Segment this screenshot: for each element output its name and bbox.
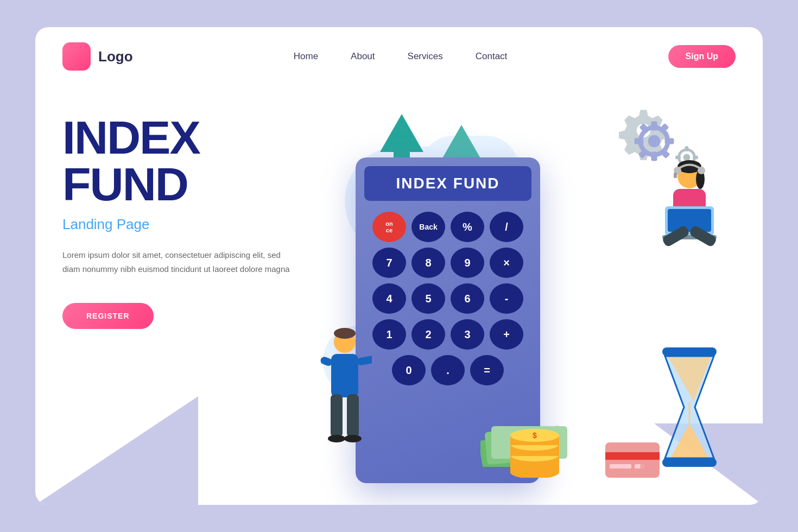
calculator-buttons: once Back % / 7 8 9 × 4 5 bbox=[364, 212, 531, 385]
calc-row-4: 1 2 3 + bbox=[364, 319, 531, 350]
signup-button[interactable]: Sign Up bbox=[668, 45, 736, 68]
person-female bbox=[654, 157, 725, 266]
nav-services[interactable]: Services bbox=[408, 51, 443, 62]
svg-rect-33 bbox=[674, 173, 677, 178]
subtitle: Landing Page bbox=[62, 216, 323, 233]
calc-btn-0[interactable]: 0 bbox=[392, 355, 426, 385]
calc-row-1: once Back % / bbox=[364, 212, 531, 242]
navbar: Logo Home About Services Contact Sign Up bbox=[35, 27, 763, 81]
svg-point-32 bbox=[698, 167, 705, 174]
calc-btn-4[interactable]: 4 bbox=[372, 283, 406, 314]
main-title: INDEX FUND bbox=[62, 114, 323, 207]
svg-point-27 bbox=[344, 435, 362, 442]
calc-btn-equals[interactable]: = bbox=[470, 355, 504, 385]
svg-point-26 bbox=[328, 435, 345, 442]
logo-area: Logo bbox=[62, 42, 133, 71]
svg-point-3 bbox=[648, 135, 660, 147]
calc-btn-divide[interactable]: / bbox=[490, 212, 523, 242]
hero-illustration: INDEX FUND once Back % / 7 8 9 bbox=[312, 103, 736, 494]
main-card: Logo Home About Services Contact Sign Up… bbox=[35, 27, 763, 505]
calc-btn-percent[interactable]: % bbox=[451, 212, 484, 242]
calc-row-3: 4 5 6 - bbox=[364, 283, 531, 314]
svg-text:$: $ bbox=[533, 431, 537, 440]
hero-left: INDEX FUND Landing Page Lorem ipsum dolo… bbox=[62, 103, 323, 329]
nav-links: Home About Services Contact bbox=[294, 51, 508, 62]
calculator-display: INDEX FUND bbox=[375, 175, 521, 192]
logo-text: Logo bbox=[98, 48, 133, 65]
hero-section: INDEX FUND Landing Page Lorem ipsum dolo… bbox=[35, 81, 763, 494]
svg-rect-24 bbox=[331, 394, 343, 438]
logo-icon bbox=[62, 42, 91, 71]
calc-btn-3[interactable]: 3 bbox=[451, 319, 484, 350]
svg-rect-21 bbox=[357, 353, 372, 365]
gold-coins: $ bbox=[502, 429, 567, 478]
svg-rect-56 bbox=[605, 452, 660, 460]
calc-btn-multiply[interactable]: × bbox=[490, 248, 523, 278]
svg-rect-36 bbox=[668, 209, 711, 232]
credit-card bbox=[605, 442, 660, 478]
calc-btn-on-ce[interactable]: once bbox=[372, 212, 406, 242]
svg-rect-20 bbox=[331, 354, 358, 397]
nav-home[interactable]: Home bbox=[294, 51, 318, 62]
svg-rect-25 bbox=[347, 394, 359, 438]
calc-btn-back[interactable]: Back bbox=[411, 212, 445, 242]
nav-contact[interactable]: Contact bbox=[476, 51, 508, 62]
calc-btn-7[interactable]: 7 bbox=[372, 248, 406, 278]
svg-point-19 bbox=[334, 328, 356, 339]
calc-btn-minus[interactable]: - bbox=[490, 283, 523, 314]
svg-point-60 bbox=[645, 461, 656, 472]
description: Lorem ipsum dolor sit amet, consectetuer… bbox=[62, 248, 290, 276]
calc-btn-6[interactable]: 6 bbox=[451, 283, 484, 314]
hourglass-icon bbox=[660, 347, 719, 467]
svg-rect-40 bbox=[662, 347, 717, 356]
svg-rect-57 bbox=[610, 464, 631, 468]
calc-btn-8[interactable]: 8 bbox=[411, 248, 445, 278]
svg-rect-41 bbox=[662, 458, 717, 467]
register-button[interactable]: REGISTER bbox=[62, 303, 154, 329]
calc-row-2: 7 8 9 × bbox=[364, 248, 531, 278]
calc-row-5: 0 . = bbox=[364, 355, 531, 385]
calc-btn-2[interactable]: 2 bbox=[411, 319, 445, 350]
nav-about[interactable]: About bbox=[351, 51, 375, 62]
svg-rect-14 bbox=[685, 146, 688, 151]
svg-rect-55 bbox=[605, 442, 660, 478]
calculator-screen: INDEX FUND bbox=[364, 166, 531, 201]
calc-btn-9[interactable]: 9 bbox=[451, 248, 484, 278]
calc-btn-plus[interactable]: + bbox=[490, 319, 523, 350]
svg-rect-4 bbox=[651, 122, 657, 131]
calc-btn-5[interactable]: 5 bbox=[411, 283, 445, 314]
person-male bbox=[318, 326, 372, 451]
svg-rect-7 bbox=[635, 138, 644, 144]
calc-btn-1[interactable]: 1 bbox=[372, 319, 406, 350]
calc-btn-dot[interactable]: . bbox=[431, 355, 465, 385]
